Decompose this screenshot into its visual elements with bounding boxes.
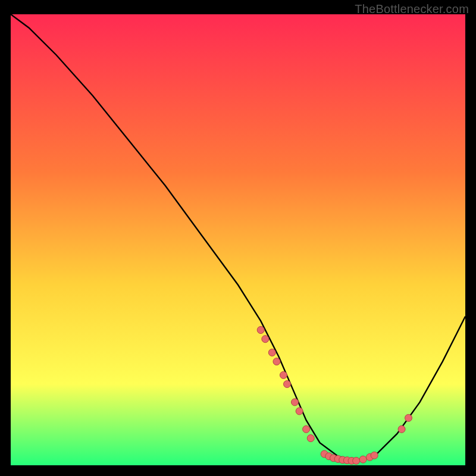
marker-point: [398, 425, 405, 433]
marker-point: [371, 452, 378, 459]
plot-area: [11, 14, 465, 465]
marker-point: [280, 371, 287, 378]
bottleneck-chart: [11, 14, 465, 465]
marker-point: [284, 381, 291, 388]
marker-point: [405, 414, 412, 421]
marker-point: [353, 457, 360, 464]
marker-point: [262, 336, 269, 343]
attribution-label: TheBottlenecker.com: [355, 2, 469, 16]
marker-point: [273, 358, 280, 365]
marker-point: [296, 408, 303, 415]
marker-point: [257, 327, 264, 334]
marker-point: [292, 399, 299, 406]
gradient-background: [11, 14, 465, 465]
marker-point: [359, 456, 367, 463]
marker-point: [303, 425, 310, 433]
marker-point: [307, 435, 314, 442]
chart-frame: TheBottlenecker.com: [0, 0, 476, 476]
marker-point: [268, 349, 275, 356]
